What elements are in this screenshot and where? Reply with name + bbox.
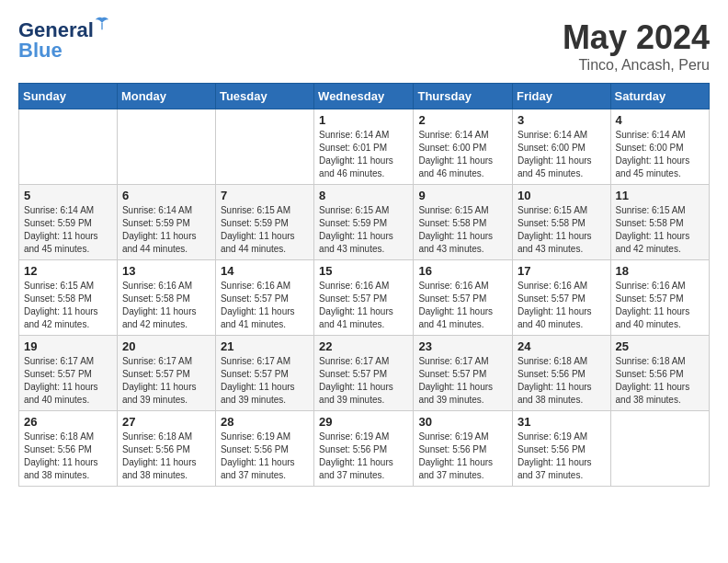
day-info: Sunrise: 6:16 AMSunset: 5:57 PMDaylight:…: [518, 280, 606, 331]
day-info: Sunrise: 6:17 AMSunset: 5:57 PMDaylight:…: [122, 355, 210, 407]
day-info: Sunrise: 6:17 AMSunset: 5:57 PMDaylight:…: [24, 355, 112, 407]
weekday-header-thursday: Thursday: [414, 84, 513, 109]
calendar-cell: 1Sunrise: 6:14 AMSunset: 6:01 PMDaylight…: [314, 109, 414, 185]
day-info: Sunrise: 6:18 AMSunset: 5:56 PMDaylight:…: [24, 431, 112, 482]
weekday-header-wednesday: Wednesday: [314, 84, 414, 109]
calendar-cell: 6Sunrise: 6:14 AMSunset: 5:59 PMDaylight…: [117, 185, 215, 260]
day-number: 22: [319, 339, 408, 353]
calendar-cell: 7Sunrise: 6:15 AMSunset: 5:59 PMDaylight…: [215, 185, 313, 260]
day-number: 23: [418, 339, 507, 353]
logo-general: General: [18, 18, 94, 41]
day-info: Sunrise: 6:15 AMSunset: 5:59 PMDaylight:…: [221, 204, 309, 256]
day-number: 9: [418, 189, 507, 202]
day-info: Sunrise: 6:14 AMSunset: 5:59 PMDaylight:…: [24, 204, 112, 256]
day-info: Sunrise: 6:16 AMSunset: 5:57 PMDaylight:…: [418, 280, 507, 331]
calendar-cell: 26Sunrise: 6:18 AMSunset: 5:56 PMDayligh…: [19, 411, 118, 487]
calendar-cell: 15Sunrise: 6:16 AMSunset: 5:57 PMDayligh…: [314, 260, 414, 336]
calendar-cell: 28Sunrise: 6:19 AMSunset: 5:56 PMDayligh…: [215, 411, 313, 487]
calendar-cell: 27Sunrise: 6:18 AMSunset: 5:56 PMDayligh…: [117, 411, 215, 487]
calendar-cell: 29Sunrise: 6:19 AMSunset: 5:56 PMDayligh…: [314, 411, 414, 487]
day-number: 27: [122, 415, 210, 429]
day-number: 3: [518, 113, 606, 127]
calendar-cell: [19, 109, 118, 185]
location-subtitle: Tinco, Ancash, Peru: [563, 57, 710, 74]
day-number: 26: [24, 415, 112, 429]
calendar-cell: 30Sunrise: 6:19 AMSunset: 5:56 PMDayligh…: [414, 411, 513, 487]
calendar-week-row: 12Sunrise: 6:15 AMSunset: 5:58 PMDayligh…: [19, 260, 710, 336]
logo-bird-icon: [94, 15, 110, 31]
day-info: Sunrise: 6:14 AMSunset: 5:59 PMDaylight:…: [122, 204, 210, 256]
calendar-cell: 31Sunrise: 6:19 AMSunset: 5:56 PMDayligh…: [513, 411, 611, 487]
day-info: Sunrise: 6:18 AMSunset: 5:56 PMDaylight:…: [518, 355, 606, 407]
day-number: 28: [221, 415, 309, 429]
calendar-week-row: 19Sunrise: 6:17 AMSunset: 5:57 PMDayligh…: [19, 336, 710, 411]
weekday-header-row: SundayMondayTuesdayWednesdayThursdayFrid…: [19, 84, 710, 109]
day-number: 10: [518, 189, 606, 202]
day-number: 2: [418, 113, 507, 127]
calendar-cell: 14Sunrise: 6:16 AMSunset: 5:57 PMDayligh…: [215, 260, 313, 336]
calendar-week-row: 5Sunrise: 6:14 AMSunset: 5:59 PMDaylight…: [19, 185, 710, 260]
day-number: 30: [418, 415, 507, 429]
day-number: 6: [122, 189, 210, 202]
day-info: Sunrise: 6:19 AMSunset: 5:56 PMDaylight:…: [319, 431, 408, 482]
day-number: 25: [616, 339, 704, 353]
day-number: 14: [221, 264, 309, 278]
title-area: May 2024 Tinco, Ancash, Peru: [563, 18, 710, 74]
day-info: Sunrise: 6:14 AMSunset: 6:00 PMDaylight:…: [418, 129, 507, 180]
calendar-cell: 4Sunrise: 6:14 AMSunset: 6:00 PMDaylight…: [610, 109, 709, 185]
calendar-cell: 5Sunrise: 6:14 AMSunset: 5:59 PMDaylight…: [19, 185, 118, 260]
day-info: Sunrise: 6:17 AMSunset: 5:57 PMDaylight:…: [319, 355, 408, 407]
calendar-week-row: 1Sunrise: 6:14 AMSunset: 6:01 PMDaylight…: [19, 109, 710, 185]
month-title: May 2024: [563, 18, 710, 57]
calendar-cell: 2Sunrise: 6:14 AMSunset: 6:00 PMDaylight…: [414, 109, 513, 185]
calendar-cell: 18Sunrise: 6:16 AMSunset: 5:57 PMDayligh…: [610, 260, 709, 336]
logo: General Blue: [18, 18, 94, 63]
day-info: Sunrise: 6:15 AMSunset: 5:58 PMDaylight:…: [418, 204, 507, 256]
calendar-cell: [215, 109, 313, 185]
day-info: Sunrise: 6:14 AMSunset: 6:00 PMDaylight:…: [518, 129, 606, 180]
calendar-week-row: 26Sunrise: 6:18 AMSunset: 5:56 PMDayligh…: [19, 411, 710, 487]
day-info: Sunrise: 6:19 AMSunset: 5:56 PMDaylight:…: [418, 431, 507, 482]
day-info: Sunrise: 6:19 AMSunset: 5:56 PMDaylight:…: [221, 431, 309, 482]
weekday-header-friday: Friday: [513, 84, 611, 109]
day-number: 7: [221, 189, 309, 202]
calendar-cell: 22Sunrise: 6:17 AMSunset: 5:57 PMDayligh…: [314, 336, 414, 411]
day-number: 15: [319, 264, 408, 278]
day-info: Sunrise: 6:18 AMSunset: 5:56 PMDaylight:…: [616, 355, 704, 407]
day-number: 11: [616, 189, 704, 202]
day-number: 13: [122, 264, 210, 278]
day-info: Sunrise: 6:19 AMSunset: 5:56 PMDaylight:…: [518, 431, 606, 482]
calendar-cell: 19Sunrise: 6:17 AMSunset: 5:57 PMDayligh…: [19, 336, 118, 411]
calendar-cell: 23Sunrise: 6:17 AMSunset: 5:57 PMDayligh…: [414, 336, 513, 411]
calendar-table: SundayMondayTuesdayWednesdayThursdayFrid…: [18, 83, 710, 487]
calendar-cell: 25Sunrise: 6:18 AMSunset: 5:56 PMDayligh…: [610, 336, 709, 411]
calendar-cell: 3Sunrise: 6:14 AMSunset: 6:00 PMDaylight…: [513, 109, 611, 185]
day-number: 20: [122, 339, 210, 353]
day-number: 31: [518, 415, 606, 429]
day-number: 19: [24, 339, 112, 353]
calendar-cell: 11Sunrise: 6:15 AMSunset: 5:58 PMDayligh…: [610, 185, 709, 260]
calendar-cell: 13Sunrise: 6:16 AMSunset: 5:58 PMDayligh…: [117, 260, 215, 336]
day-number: 16: [418, 264, 507, 278]
day-info: Sunrise: 6:16 AMSunset: 5:57 PMDaylight:…: [616, 280, 704, 331]
day-number: 24: [518, 339, 606, 353]
weekday-header-tuesday: Tuesday: [215, 84, 313, 109]
day-info: Sunrise: 6:15 AMSunset: 5:58 PMDaylight:…: [518, 204, 606, 256]
day-number: 18: [616, 264, 704, 278]
day-info: Sunrise: 6:15 AMSunset: 5:59 PMDaylight:…: [319, 204, 408, 256]
calendar-cell: 16Sunrise: 6:16 AMSunset: 5:57 PMDayligh…: [414, 260, 513, 336]
day-info: Sunrise: 6:16 AMSunset: 5:57 PMDaylight:…: [221, 280, 309, 331]
day-info: Sunrise: 6:14 AMSunset: 6:00 PMDaylight:…: [616, 129, 704, 180]
calendar-cell: 24Sunrise: 6:18 AMSunset: 5:56 PMDayligh…: [513, 336, 611, 411]
calendar-cell: 17Sunrise: 6:16 AMSunset: 5:57 PMDayligh…: [513, 260, 611, 336]
day-info: Sunrise: 6:17 AMSunset: 5:57 PMDaylight:…: [418, 355, 507, 407]
day-number: 4: [616, 113, 704, 127]
weekday-header-monday: Monday: [117, 84, 215, 109]
day-number: 8: [319, 189, 408, 202]
day-number: 29: [319, 415, 408, 429]
day-info: Sunrise: 6:14 AMSunset: 6:01 PMDaylight:…: [319, 129, 408, 180]
calendar-cell: [117, 109, 215, 185]
weekday-header-saturday: Saturday: [610, 84, 709, 109]
calendar-cell: 8Sunrise: 6:15 AMSunset: 5:59 PMDaylight…: [314, 185, 414, 260]
calendar-cell: [610, 411, 709, 487]
